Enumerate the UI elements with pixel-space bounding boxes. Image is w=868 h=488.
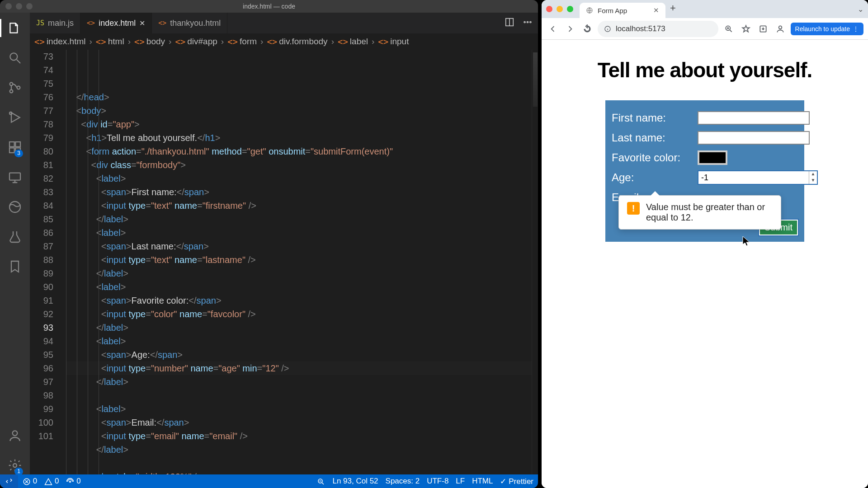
explorer-icon[interactable] — [8, 21, 22, 37]
svg-point-24 — [778, 26, 782, 29]
scm-icon[interactable] — [8, 80, 22, 97]
first-name-label: First name: — [612, 112, 698, 124]
close-tab-icon[interactable]: ✕ — [653, 6, 659, 14]
age-input[interactable] — [698, 171, 809, 184]
warnings-count[interactable]: 0 — [44, 477, 59, 486]
breadcrumb-item[interactable]: <>body — [134, 37, 165, 47]
svg-rect-7 — [9, 148, 14, 153]
cursor-position[interactable]: Ln 93, Col 52 — [332, 477, 378, 486]
max-dot[interactable] — [26, 3, 33, 9]
breadcrumb-item[interactable]: <>index.html — [34, 37, 86, 47]
mac-traffic-lights — [5, 3, 33, 9]
svg-point-2 — [10, 90, 13, 93]
svg-point-4 — [9, 112, 12, 114]
close-dot[interactable] — [546, 6, 552, 12]
mac-traffic-lights — [546, 6, 573, 12]
new-tab-button[interactable]: + — [670, 2, 676, 16]
window-title: index.html — code — [243, 3, 295, 10]
account-icon[interactable] — [8, 428, 22, 445]
breadcrumb-item[interactable]: <>label — [338, 37, 368, 47]
tab-label: main.js — [48, 19, 74, 28]
file-icon: <> — [87, 19, 95, 27]
encoding-status[interactable]: UTF-8 — [427, 477, 448, 486]
profile-icon[interactable] — [774, 22, 787, 36]
min-dot[interactable] — [16, 3, 22, 9]
debug-icon[interactable] — [8, 110, 22, 127]
editor-tab[interactable]: <>index.html✕ — [80, 13, 152, 33]
browser-tab[interactable]: Form App ✕ — [580, 3, 665, 18]
chrome-menu-icon[interactable]: ⋮ — [853, 25, 859, 33]
line-gutter: 7374757677787980818283848586878889909192… — [30, 50, 66, 474]
mouse-cursor — [742, 236, 750, 249]
more-actions-icon[interactable] — [523, 17, 533, 29]
min-dot[interactable] — [557, 6, 563, 12]
site-info-icon[interactable] — [604, 25, 611, 33]
number-stepper[interactable]: ▲▼ — [809, 171, 817, 184]
install-button[interactable] — [756, 22, 770, 36]
file-icon: JS — [36, 19, 44, 27]
svg-point-16 — [530, 22, 531, 23]
extensions-icon[interactable]: 3 — [8, 140, 22, 156]
svg-point-3 — [17, 86, 20, 89]
svg-rect-6 — [15, 142, 20, 147]
split-editor-icon[interactable] — [505, 17, 514, 29]
tab-overflow-icon[interactable]: ⌄ — [858, 5, 863, 14]
zoom-icon[interactable] — [317, 477, 325, 486]
settings-gear-icon[interactable]: 1 — [8, 458, 22, 474]
window-titlebar: index.html — code — [0, 0, 538, 13]
breadcrumb-item[interactable]: <>form — [227, 37, 257, 47]
breadcrumbs[interactable]: <>index.html›<>html›<>body›<>div#app›<>f… — [30, 33, 538, 50]
edge-icon[interactable] — [8, 200, 22, 216]
editor-tab[interactable]: JSmain.js — [30, 13, 80, 33]
remote-status[interactable] — [0, 474, 18, 488]
svg-point-1 — [10, 83, 13, 86]
address-bar[interactable]: localhost:5173 — [598, 21, 718, 37]
color-input[interactable] — [698, 150, 727, 165]
formatter-status[interactable]: ✓ Prettier — [500, 477, 533, 486]
minimap[interactable] — [532, 50, 538, 474]
color-label: Favorite color: — [612, 151, 698, 164]
code-editor[interactable]: 7374757677787980818283848586878889909192… — [30, 50, 538, 474]
back-button[interactable] — [546, 22, 560, 36]
first-name-input[interactable] — [698, 111, 810, 125]
forward-button[interactable] — [563, 22, 577, 36]
close-icon[interactable]: ✕ — [139, 19, 145, 28]
ports-count[interactable]: 0 — [66, 477, 80, 486]
editor-tab[interactable]: <>thankyou.html — [152, 13, 227, 33]
eol-status[interactable]: LF — [456, 477, 465, 486]
language-status[interactable]: HTML — [472, 477, 493, 486]
browser-tabstrip: Form App ✕ + ⌄ — [542, 0, 868, 18]
settings-badge: 1 — [14, 468, 23, 475]
warning-icon: ! — [627, 202, 640, 215]
page-content: Tell me about yourself. First name: Last… — [542, 40, 868, 488]
breadcrumb-item[interactable]: <>div.formbody — [267, 37, 327, 47]
validation-message: Value must be greater than or equal to 1… — [646, 202, 773, 223]
reload-button[interactable] — [580, 22, 594, 36]
close-dot[interactable] — [5, 3, 12, 9]
url-text: localhost:5173 — [616, 24, 665, 33]
svg-point-10 — [9, 202, 20, 212]
breadcrumb-item[interactable]: <>div#app — [175, 37, 217, 47]
testing-icon[interactable] — [8, 230, 22, 246]
code-content[interactable]: </head> <body> <div id="app"> <h1>Tell m… — [66, 50, 532, 474]
last-name-input[interactable] — [698, 131, 810, 145]
bookmark-icon[interactable] — [8, 259, 22, 276]
relaunch-button[interactable]: Relaunch to update ⋮ — [791, 23, 863, 35]
breadcrumb-item[interactable]: <>input — [378, 37, 409, 47]
breadcrumb-item[interactable]: <>html — [96, 37, 124, 47]
svg-point-0 — [10, 53, 17, 60]
tab-label: index.html — [99, 19, 136, 28]
editor-tab-row: JSmain.js<>index.html✕<>thankyou.html — [30, 13, 538, 33]
validation-tooltip: ! Value must be greater than or equal to… — [618, 195, 781, 230]
max-dot[interactable] — [567, 6, 573, 12]
svg-point-11 — [13, 431, 18, 436]
zoom-button[interactable] — [722, 22, 736, 36]
remote-icon[interactable] — [8, 170, 22, 186]
indent-status[interactable]: Spaces: 2 — [386, 477, 420, 486]
search-icon[interactable] — [8, 51, 22, 67]
vscode-window: index.html — code 3 — [0, 0, 538, 488]
bookmark-star-icon[interactable] — [739, 22, 753, 36]
file-icon: <> — [158, 19, 166, 27]
svg-rect-5 — [9, 142, 14, 147]
errors-count[interactable]: 0 — [23, 477, 37, 486]
